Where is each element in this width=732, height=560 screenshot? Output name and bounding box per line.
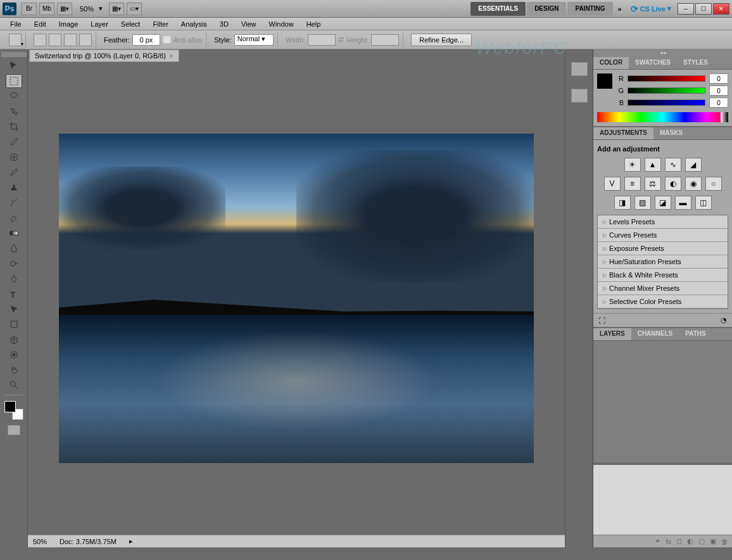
layer-style-icon[interactable]: fx (666, 538, 671, 545)
black-white-icon[interactable]: ◐ (665, 177, 681, 191)
clone-stamp-tool[interactable] (6, 181, 22, 194)
exposure-icon[interactable]: ◢ (685, 158, 702, 172)
menu-help[interactable]: Help (300, 19, 327, 29)
photo-filter-icon[interactable]: ◉ (685, 177, 702, 191)
green-slider[interactable] (628, 87, 705, 94)
shape-tool[interactable] (6, 317, 22, 331)
close-tab-icon[interactable]: × (170, 53, 174, 60)
quick-mask-button[interactable] (8, 425, 20, 435)
status-doc-size[interactable]: Doc: 3.75M/3.75M (60, 538, 117, 545)
preset-channel-mixer[interactable]: Channel Mixer Presets (598, 282, 728, 295)
green-value-input[interactable] (709, 86, 728, 96)
selection-new-icon[interactable] (34, 34, 46, 46)
selection-add-icon[interactable] (49, 34, 61, 46)
menu-3d[interactable]: 3D (213, 19, 235, 29)
minimize-button[interactable]: ─ (678, 3, 694, 15)
zoom-chevron-icon[interactable]: ▾ (99, 4, 103, 13)
dock-history-icon[interactable] (571, 89, 588, 103)
panel-color-swatch[interactable] (597, 73, 612, 89)
preset-levels[interactable]: Levels Presets (598, 215, 728, 229)
menu-file[interactable]: File (4, 19, 28, 29)
adj-expand-icon[interactable]: ⛶ (598, 317, 605, 324)
channel-mixer-icon[interactable]: ○ (705, 177, 722, 191)
eyedropper-tool[interactable] (6, 135, 22, 149)
minibridge-button[interactable]: Mb (39, 3, 54, 15)
workspace-design[interactable]: DESIGN (527, 2, 566, 16)
curves-icon[interactable]: ∿ (665, 158, 681, 172)
lasso-tool[interactable] (6, 89, 22, 103)
gradient-tool[interactable] (6, 226, 22, 240)
workspace-more-icon[interactable]: » (618, 5, 622, 13)
workspace-essentials[interactable]: ESSENTIALS (470, 2, 526, 16)
blue-slider[interactable] (628, 99, 705, 106)
blue-value-input[interactable] (709, 98, 728, 108)
color-swatches[interactable] (4, 401, 23, 420)
tab-layers[interactable]: LAYERS (593, 328, 631, 340)
close-window-button[interactable]: ✕ (713, 3, 729, 15)
layers-list[interactable] (593, 341, 732, 462)
menu-edit[interactable]: Edit (28, 19, 53, 29)
menu-image[interactable]: Image (53, 19, 85, 29)
tab-adjustments[interactable]: ADJUSTMENTS (593, 127, 653, 139)
hand-tool[interactable] (6, 363, 22, 377)
menu-select[interactable]: Select (115, 19, 147, 29)
zoom-tool[interactable] (6, 378, 22, 392)
3d-tool[interactable] (6, 333, 22, 347)
invert-icon[interactable]: ◨ (614, 196, 631, 210)
quick-selection-tool[interactable] (6, 105, 22, 118)
selection-intersect-icon[interactable] (79, 34, 92, 46)
preset-curves[interactable]: Curves Presets (598, 229, 728, 242)
preset-exposure[interactable]: Exposure Presets (598, 242, 728, 255)
workspace-painting[interactable]: PAINTING (567, 2, 612, 16)
layer-group-icon[interactable]: ▢ (698, 537, 705, 545)
preset-black-white[interactable]: Black & White Presets (598, 269, 728, 282)
3d-camera-tool[interactable] (6, 348, 22, 362)
layer-mask-icon[interactable]: ◻ (676, 537, 682, 545)
toolbox-handle[interactable] (1, 52, 27, 57)
menu-view[interactable]: View (235, 19, 263, 29)
brightness-contrast-icon[interactable]: ☀ (624, 158, 641, 172)
healing-brush-tool[interactable] (6, 150, 22, 164)
tab-swatches[interactable]: SWATCHES (629, 57, 677, 69)
tab-masks[interactable]: MASKS (653, 127, 689, 139)
adjustment-layer-icon[interactable]: ◐ (687, 537, 693, 545)
menu-filter[interactable]: Filter (146, 19, 174, 29)
levels-icon[interactable]: ▲ (645, 158, 661, 172)
dodge-tool[interactable] (6, 257, 22, 270)
status-chevron-icon[interactable]: ▸ (129, 537, 133, 545)
vibrance-icon[interactable]: V (604, 177, 621, 191)
zoom-display[interactable]: 50% (80, 5, 94, 13)
document-tab[interactable]: Switzerland trip @ 100% (Layer 0, RGB/8)… (29, 49, 179, 62)
tab-styles[interactable]: STYLES (677, 57, 714, 69)
threshold-icon[interactable]: ◪ (655, 196, 671, 210)
brush-tool[interactable] (6, 165, 22, 179)
status-zoom[interactable]: 50% (33, 538, 47, 545)
color-balance-icon[interactable]: ⚖ (645, 177, 661, 191)
gradient-map-icon[interactable]: ▬ (675, 196, 691, 210)
screen-mode-2-button[interactable]: ▭▾ (127, 3, 142, 15)
marquee-tool[interactable] (6, 74, 22, 88)
tab-paths[interactable]: PATHS (679, 328, 712, 340)
foreground-color[interactable] (4, 401, 16, 412)
style-select[interactable]: Normal ▾ (234, 34, 274, 46)
menu-layer[interactable]: Layer (84, 19, 115, 29)
move-tool[interactable] (6, 59, 22, 73)
red-slider[interactable] (628, 75, 705, 82)
menu-analysis[interactable]: Analysis (175, 19, 213, 29)
tab-color[interactable]: COLOR (593, 57, 629, 69)
menu-window[interactable]: Window (263, 19, 300, 29)
pen-tool[interactable] (6, 272, 22, 286)
preset-selective-color[interactable]: Selective Color Presets (598, 295, 728, 309)
history-brush-tool[interactable] (6, 196, 22, 210)
red-value-input[interactable] (709, 73, 728, 84)
canvas-viewport[interactable] (28, 62, 565, 535)
blur-tool[interactable] (6, 241, 22, 255)
tool-preset-icon[interactable]: ▾ (9, 34, 22, 46)
hue-saturation-icon[interactable]: ≡ (624, 177, 641, 191)
delete-layer-icon[interactable]: 🗑 (721, 538, 728, 545)
bridge-button[interactable]: Br (22, 3, 37, 15)
collapse-panels-icon[interactable]: ◂◂ (593, 49, 732, 57)
link-layers-icon[interactable]: ⚭ (655, 537, 660, 545)
selection-subtract-icon[interactable] (64, 34, 77, 46)
tab-channels[interactable]: CHANNELS (631, 328, 679, 340)
